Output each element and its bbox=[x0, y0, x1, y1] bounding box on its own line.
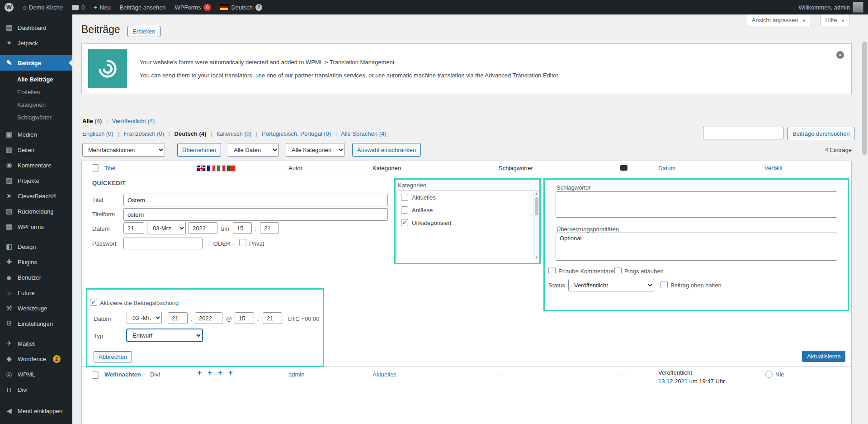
lang-italian[interactable]: Italienisch (0) bbox=[217, 130, 251, 137]
allow-comments-checkbox[interactable] bbox=[548, 267, 556, 274]
view-posts-link[interactable]: Beiträge ansehen bbox=[115, 0, 170, 14]
submenu-add-new[interactable]: Erstellen bbox=[0, 86, 72, 99]
filter-button[interactable]: Auswahl einschränken bbox=[352, 143, 421, 157]
select-all-checkbox[interactable] bbox=[92, 164, 99, 172]
cancel-button[interactable]: Abbrechen bbox=[94, 351, 132, 362]
title-input[interactable] bbox=[123, 194, 388, 206]
sidebar-item-mailjet[interactable]: ✈ Mailjet bbox=[0, 336, 72, 351]
submenu-all-posts[interactable]: Alle Beiträge bbox=[0, 73, 72, 86]
private-checkbox[interactable] bbox=[239, 239, 246, 246]
sidebar-item-divi[interactable]: D Divi bbox=[0, 382, 72, 397]
admin-bar-comments[interactable]: 0 bbox=[67, 0, 89, 14]
search-input[interactable] bbox=[703, 127, 783, 139]
sidebar-item-future[interactable]: ○ Future bbox=[0, 285, 72, 300]
post-category-link[interactable]: Aktuelles bbox=[373, 371, 396, 378]
lang-english[interactable]: Englisch (0) bbox=[82, 130, 113, 137]
wordpress-menu[interactable]: W bbox=[0, 0, 18, 14]
slug-input[interactable] bbox=[123, 208, 388, 221]
day-input[interactable] bbox=[123, 222, 144, 234]
lang-portuguese[interactable]: Portugiesisch, Portugal (0) bbox=[262, 130, 331, 137]
add-translation-english-icon[interactable]: + bbox=[197, 368, 202, 377]
sidebar-item-wpforms[interactable]: ▦ WPForms bbox=[0, 219, 72, 234]
status-select[interactable]: Veröffentlicht bbox=[568, 279, 654, 291]
wpforms-admin-menu[interactable]: WPForms 6 bbox=[170, 0, 216, 14]
lang-all[interactable]: Alle Sprachen (4) bbox=[341, 130, 386, 137]
column-header-date[interactable]: Datum bbox=[658, 165, 675, 172]
page-scrollbar[interactable] bbox=[861, 14, 868, 424]
sidebar-item-wpml[interactable]: ◎ WPML bbox=[0, 367, 72, 382]
scroll-up-icon[interactable]: ▲ bbox=[533, 192, 539, 195]
sidebar-item-media[interactable]: ▣ Medien bbox=[0, 127, 72, 142]
category-item-aktuelles[interactable]: Aktuelles bbox=[396, 191, 539, 204]
minute-input[interactable] bbox=[260, 222, 279, 234]
sidebar-item-tools[interactable]: ⚒ Werkzeuge bbox=[0, 300, 72, 316]
language-switcher[interactable]: Deutsch ? bbox=[216, 0, 267, 14]
add-translation-french-icon[interactable]: + bbox=[208, 368, 212, 377]
expiration-month-select[interactable]: 03 -Mrz bbox=[127, 312, 162, 324]
column-header-title[interactable]: Titel bbox=[104, 165, 115, 172]
scrollbar-thumb[interactable] bbox=[862, 42, 867, 155]
sidebar-item-jetpack[interactable]: ✦ Jetpack bbox=[0, 35, 72, 51]
sidebar-item-cleverreach[interactable]: ➤ CleverReach® bbox=[0, 188, 72, 204]
add-translation-italian-icon[interactable]: + bbox=[218, 368, 222, 377]
scroll-down-icon[interactable]: ▼ bbox=[533, 256, 539, 259]
screen-options-button[interactable]: Ansicht anpassen ▼ bbox=[747, 14, 811, 26]
sticky-checkbox[interactable] bbox=[660, 281, 668, 288]
expiration-hour-input[interactable] bbox=[235, 312, 254, 324]
category-checkbox[interactable] bbox=[401, 219, 408, 226]
post-title-link[interactable]: Weihnachten bbox=[104, 371, 141, 378]
sidebar-item-feedback[interactable]: ▧ Rückmeldung bbox=[0, 204, 72, 219]
translation-priority-textarea[interactable]: Optional bbox=[556, 233, 837, 261]
expires-never-radio[interactable] bbox=[765, 371, 773, 378]
submenu-tags[interactable]: Schlagwörter bbox=[0, 111, 72, 124]
lang-french[interactable]: Französisch (0) bbox=[123, 130, 164, 137]
sidebar-item-comments[interactable]: ◉ Kommentare bbox=[0, 157, 72, 173]
lang-german-current[interactable]: Deutsch (4) bbox=[175, 130, 207, 137]
site-name-link[interactable]: ⌂ Demo Kirche bbox=[18, 0, 67, 14]
submenu-categories[interactable]: Kategorien bbox=[0, 99, 72, 111]
post-author-link[interactable]: admin bbox=[288, 371, 304, 378]
enable-expiration-checkbox[interactable] bbox=[90, 299, 97, 306]
row-select-checkbox[interactable] bbox=[92, 372, 99, 379]
collapse-menu-button[interactable]: ◀ Menü einklappen bbox=[0, 403, 72, 419]
dismiss-notice-icon[interactable]: ✕ bbox=[836, 51, 844, 59]
category-item-unkategorisiert[interactable]: Unkategorisiert bbox=[396, 216, 539, 229]
sidebar-item-design[interactable]: ◧ Design bbox=[0, 239, 72, 254]
update-button[interactable]: Aktualisieren bbox=[802, 351, 845, 362]
category-item-anlaesse[interactable]: Anlässe bbox=[396, 204, 539, 216]
category-list-scrollbar[interactable]: ▲ ▼ bbox=[533, 191, 539, 260]
bulk-actions-select[interactable]: Mehrfachaktionen bbox=[82, 143, 165, 157]
sidebar-item-plugins[interactable]: ✚ Plugins bbox=[0, 254, 72, 270]
expiration-day-input[interactable] bbox=[168, 312, 188, 324]
allow-pings-checkbox[interactable] bbox=[614, 267, 622, 274]
sidebar-item-pages[interactable]: ▥ Seiten bbox=[0, 142, 72, 157]
month-select[interactable]: 03-Mrz bbox=[147, 222, 186, 234]
add-new-post-button[interactable]: Erstellen bbox=[127, 26, 160, 37]
password-input[interactable] bbox=[123, 238, 203, 249]
apply-button[interactable]: Übernehmen bbox=[177, 143, 221, 157]
category-checkbox[interactable] bbox=[401, 194, 408, 201]
help-button[interactable]: Hilfe ▼ bbox=[820, 14, 850, 26]
view-published[interactable]: Veröffentlicht (4) bbox=[112, 118, 155, 124]
sidebar-item-wordfence[interactable]: ◆ Wordfence 2 bbox=[0, 351, 72, 367]
new-content-menu[interactable]: + Neu bbox=[89, 0, 115, 14]
sidebar-item-users[interactable]: ☻ Benutzer bbox=[0, 270, 72, 285]
category-filter-select[interactable]: Alle Kategorien bbox=[286, 143, 345, 157]
sidebar-item-posts[interactable]: ✎ Beiträge bbox=[0, 55, 72, 71]
date-filter-select[interactable]: Alle Daten bbox=[228, 143, 279, 157]
sidebar-item-settings[interactable]: ⚙ Einstellungen bbox=[0, 316, 72, 331]
tags-textarea[interactable] bbox=[556, 191, 837, 218]
account-menu[interactable]: Willkommen, admin bbox=[794, 0, 868, 14]
category-checkbox[interactable] bbox=[401, 206, 408, 214]
expiration-minute-input[interactable] bbox=[263, 312, 282, 324]
year-input[interactable] bbox=[189, 222, 217, 234]
view-all[interactable]: Alle (4) bbox=[82, 118, 102, 124]
hour-input[interactable] bbox=[233, 222, 252, 234]
sidebar-item-dashboard[interactable]: ▤ Dashboard bbox=[0, 20, 72, 35]
column-header-comments-icon[interactable] bbox=[620, 165, 627, 171]
search-posts-button[interactable]: Beiträge durchsuchen bbox=[788, 127, 854, 140]
expiration-year-input[interactable] bbox=[195, 312, 222, 324]
column-header-expires[interactable]: Verfällt bbox=[764, 165, 783, 172]
sidebar-item-projects[interactable]: ▨ Projekte bbox=[0, 173, 72, 188]
expiration-type-select[interactable]: Entwurf bbox=[127, 329, 203, 342]
